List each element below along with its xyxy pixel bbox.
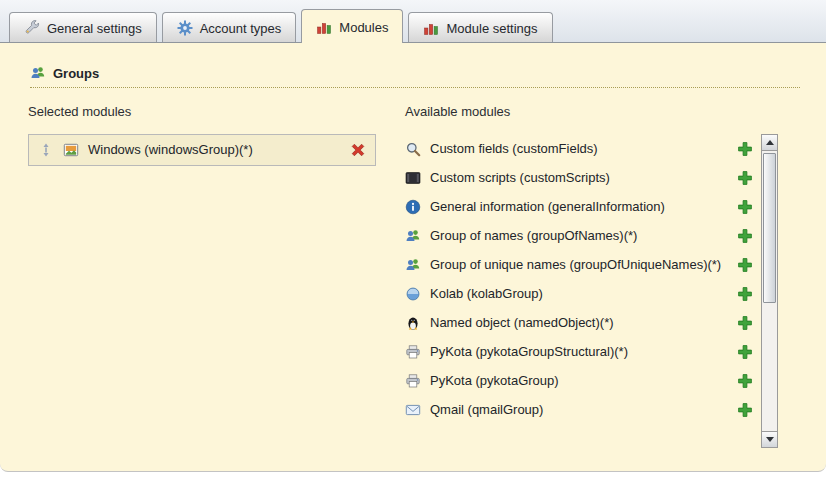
- tab-bar: General settings Account types Modules M…: [0, 0, 826, 42]
- arrow-up-icon: [766, 140, 774, 145]
- selected-modules-heading: Selected modules: [28, 104, 405, 119]
- add-module-button[interactable]: [737, 141, 753, 157]
- tab-modules[interactable]: Modules: [301, 9, 403, 43]
- available-module-label: General information (generalInformation): [430, 199, 728, 215]
- printer-icon: [405, 344, 421, 360]
- selected-module-label: Windows (windowsGroup)(*): [88, 142, 341, 158]
- chart-icon: [423, 20, 439, 36]
- groups-icon: [405, 228, 421, 244]
- add-module-button[interactable]: [737, 199, 753, 215]
- add-module-button[interactable]: [737, 286, 753, 302]
- available-module-label: PyKota (pykotaGroupStructural)(*): [430, 344, 728, 360]
- plus-icon: [737, 315, 753, 331]
- available-module-row: Qmail (qmailGroup): [405, 395, 761, 424]
- add-module-button[interactable]: [737, 257, 753, 273]
- scroll-down-button[interactable]: [762, 431, 777, 447]
- available-modules-column: Available modules Custom fields (customF…: [405, 104, 778, 448]
- arrow-down-icon: [766, 437, 774, 442]
- selected-module-row[interactable]: Windows (windowsGroup)(*): [28, 134, 376, 166]
- scroll-track[interactable]: [762, 151, 777, 431]
- available-module-row: PyKota (pykotaGroupStructural)(*): [405, 337, 761, 366]
- section-title: Groups: [53, 66, 99, 81]
- available-module-row: Custom fields (customFields): [405, 134, 761, 163]
- remove-module-button[interactable]: [350, 142, 366, 158]
- add-module-button[interactable]: [737, 315, 753, 331]
- tab-module-settings[interactable]: Module settings: [408, 12, 552, 42]
- available-module-label: Kolab (kolabGroup): [430, 286, 728, 302]
- gear-icon: [177, 20, 193, 36]
- groups-icon: [405, 257, 421, 273]
- plus-icon: [737, 286, 753, 302]
- groups-icon: [30, 65, 46, 81]
- available-module-row: Kolab (kolabGroup): [405, 279, 761, 308]
- available-module-label: Group of unique names (groupOfUniqueName…: [430, 257, 728, 273]
- wrench-icon: [24, 20, 40, 36]
- plus-icon: [737, 228, 753, 244]
- plus-icon: [737, 344, 753, 360]
- available-module-row: Group of names (groupOfNames)(*): [405, 221, 761, 250]
- add-module-button[interactable]: [737, 170, 753, 186]
- mail-icon: [405, 402, 421, 418]
- available-module-label: Custom scripts (customScripts): [430, 170, 728, 186]
- available-modules-scrollbar[interactable]: [761, 134, 778, 448]
- available-module-row: Named object (namedObject)(*): [405, 308, 761, 337]
- scroll-up-button[interactable]: [762, 135, 777, 151]
- lam-configuration-page: General settings Account types Modules M…: [0, 0, 826, 481]
- plus-icon: [737, 199, 753, 215]
- tab-label: Module settings: [446, 21, 537, 36]
- script-icon: [405, 170, 421, 186]
- magnifier-icon: [405, 141, 421, 157]
- tab-label: General settings: [47, 21, 142, 36]
- delete-icon: [350, 142, 366, 158]
- section-header: Groups: [30, 43, 800, 88]
- available-modules-heading: Available modules: [405, 104, 778, 119]
- modules-columns: Selected modules Windows (windowsGroup)(…: [0, 88, 826, 448]
- kolab-icon: [405, 286, 421, 302]
- printer-icon: [405, 373, 421, 389]
- available-module-row: Group of unique names (groupOfUniqueName…: [405, 250, 761, 279]
- plus-icon: [737, 141, 753, 157]
- available-module-label: Custom fields (customFields): [430, 141, 728, 157]
- drag-handle-icon[interactable]: [38, 142, 54, 158]
- available-module-row: General information (generalInformation): [405, 192, 761, 221]
- add-module-button[interactable]: [737, 402, 753, 418]
- add-module-button[interactable]: [737, 373, 753, 389]
- plus-icon: [737, 373, 753, 389]
- available-module-row: PyKota (pykotaGroup): [405, 366, 761, 395]
- tab-account-types[interactable]: Account types: [162, 12, 297, 42]
- plus-icon: [737, 402, 753, 418]
- available-module-label: Named object (namedObject)(*): [430, 315, 728, 331]
- tux-icon: [405, 315, 421, 331]
- available-module-label: Qmail (qmailGroup): [430, 402, 728, 418]
- windows-icon: [63, 142, 79, 158]
- tab-general-settings[interactable]: General settings: [9, 12, 157, 42]
- tab-label: Modules: [339, 20, 388, 35]
- add-module-button[interactable]: [737, 344, 753, 360]
- add-module-button[interactable]: [737, 228, 753, 244]
- tab-content: Groups Selected modules Windows (windows…: [0, 42, 826, 472]
- available-module-label: PyKota (pykotaGroup): [430, 373, 728, 389]
- plus-icon: [737, 257, 753, 273]
- plus-icon: [737, 170, 753, 186]
- available-modules-list: Custom fields (customFields) Custom scri…: [405, 134, 761, 448]
- selected-modules-column: Selected modules Windows (windowsGroup)(…: [28, 104, 405, 448]
- available-module-row: Custom scripts (customScripts): [405, 163, 761, 192]
- chart-icon: [316, 19, 332, 35]
- selected-modules-list: Windows (windowsGroup)(*): [28, 134, 405, 166]
- available-module-label: Group of names (groupOfNames)(*): [430, 228, 728, 244]
- scroll-thumb[interactable]: [763, 153, 776, 303]
- info-icon: [405, 199, 421, 215]
- tab-label: Account types: [200, 21, 282, 36]
- available-modules-wrap: Custom fields (customFields) Custom scri…: [405, 134, 778, 448]
